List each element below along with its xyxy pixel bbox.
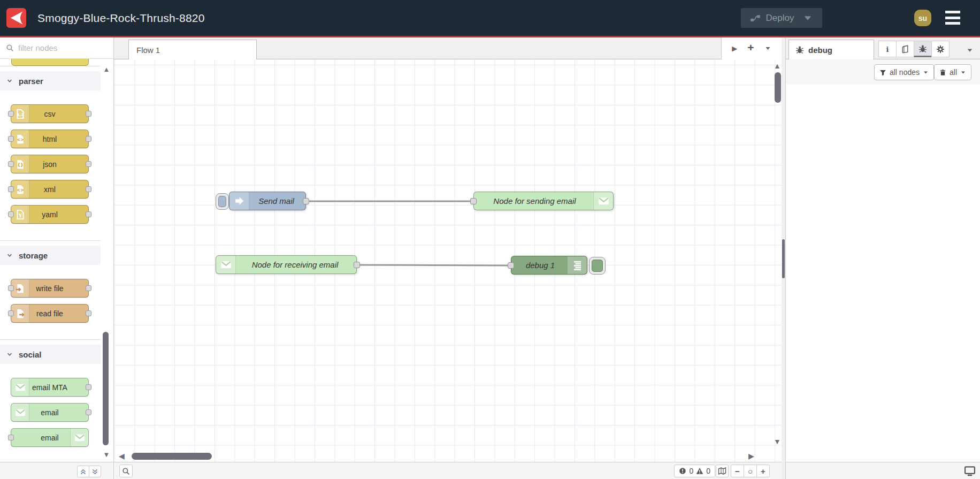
- bug-icon: [918, 44, 927, 53]
- deploy-options-caret-icon[interactable]: [802, 13, 813, 24]
- header: Smoggy-Blue-Rock-Thrush-8820 Deploy su: [0, 0, 980, 36]
- navigator-button[interactable]: [716, 465, 729, 477]
- input-port[interactable]: [508, 262, 514, 269]
- output-port[interactable]: [86, 409, 91, 415]
- node-label: Send mail: [249, 192, 303, 210]
- input-port[interactable]: [8, 136, 14, 142]
- search-flows-button[interactable]: [119, 465, 133, 477]
- main-menu-button[interactable]: [945, 11, 960, 25]
- palette-node-write-file[interactable]: write file: [11, 279, 89, 298]
- palette-node-json[interactable]: {}json: [11, 155, 89, 173]
- flow-node-send-mail[interactable]: Send mail: [229, 192, 306, 210]
- input-port[interactable]: [8, 435, 14, 440]
- output-port[interactable]: [86, 384, 91, 390]
- search-icon: [6, 44, 14, 52]
- tab-scroll-right-button[interactable]: ▶: [732, 44, 737, 52]
- node-label: email: [11, 429, 88, 446]
- inject-arrow-icon: [234, 195, 245, 207]
- add-flow-button[interactable]: +: [747, 41, 754, 54]
- input-port[interactable]: [8, 111, 14, 117]
- node-label: yaml: [11, 206, 88, 223]
- canvas-scroll-right-arrow[interactable]: ▶: [748, 452, 754, 460]
- page-title: Smoggy-Blue-Rock-Thrush-8820: [37, 12, 205, 25]
- sidebar-menu-caret-icon[interactable]: [966, 47, 974, 54]
- separator-drag-handle[interactable]: [782, 239, 785, 278]
- clear-debug-button[interactable]: all: [934, 64, 971, 80]
- canvas-scroll-down-arrow[interactable]: ▼: [774, 438, 781, 445]
- palette-category-storage[interactable]: storage: [0, 246, 101, 265]
- palette-node-html[interactable]: <>html: [11, 130, 89, 148]
- zoom-in-button[interactable]: +: [756, 465, 770, 477]
- output-port[interactable]: [86, 161, 91, 167]
- output-port[interactable]: [86, 310, 91, 316]
- info-icon: i: [883, 45, 892, 54]
- sidebar-separator[interactable]: [782, 37, 785, 479]
- output-port[interactable]: [86, 186, 91, 192]
- tab-flow-1[interactable]: Flow 1: [128, 40, 257, 59]
- debug-toggle-button[interactable]: [589, 257, 606, 275]
- expand-all-button[interactable]: [89, 466, 101, 477]
- palette-node-xml[interactable]: <>xml: [11, 180, 89, 199]
- output-port[interactable]: [354, 262, 360, 268]
- debug-list-icon: [572, 260, 583, 271]
- chevron-down-icon: [6, 252, 13, 258]
- category-label: parser: [19, 77, 43, 86]
- output-port[interactable]: [86, 111, 91, 117]
- output-port[interactable]: [86, 285, 91, 291]
- palette-category-social[interactable]: social: [0, 345, 101, 364]
- flow-status-indicators[interactable]: 0 0: [674, 465, 715, 477]
- flow-tabbar: Flow 1 ▶ +: [114, 37, 782, 59]
- palette-node-read-file[interactable]: read file: [11, 304, 89, 323]
- flow-canvas[interactable]: Send mailNode for sending emailNode for …: [114, 59, 782, 462]
- input-port[interactable]: [8, 310, 14, 316]
- flow-node-node-for-receiving-email[interactable]: Node for receiving email: [216, 255, 357, 274]
- palette-node-email[interactable]: email: [11, 428, 89, 447]
- info-tab-button[interactable]: i: [878, 41, 897, 57]
- flow-list-caret-icon[interactable]: [764, 45, 771, 52]
- palette-node-yaml[interactable]: Yyaml: [11, 205, 89, 224]
- svg-text:i: i: [886, 45, 889, 54]
- output-port[interactable]: [86, 211, 91, 217]
- flow-node-node-for-sending-email[interactable]: Node for sending email: [473, 192, 614, 210]
- palette-scroll-down-arrow[interactable]: ▼: [101, 451, 112, 459]
- debug-toolbar: all nodes all: [786, 59, 980, 85]
- input-port[interactable]: [8, 211, 14, 217]
- input-port[interactable]: [8, 285, 14, 291]
- input-port[interactable]: [470, 198, 477, 204]
- deploy-button[interactable]: Deploy: [741, 8, 822, 28]
- flow-node-debug-1[interactable]: debug 1: [511, 256, 587, 275]
- flow-tab-label: Flow 1: [136, 45, 160, 55]
- user-avatar[interactable]: su: [914, 10, 931, 26]
- open-in-window-button[interactable]: [964, 465, 976, 477]
- debug-tab-button[interactable]: [914, 41, 932, 57]
- search-input[interactable]: [18, 43, 113, 52]
- wire[interactable]: [359, 265, 508, 265]
- help-tab-button[interactable]: [896, 41, 914, 57]
- canvas-hscrollbar-thumb[interactable]: [132, 453, 212, 460]
- input-port[interactable]: [8, 186, 14, 192]
- output-port[interactable]: [86, 136, 91, 142]
- canvas-scroll-left-arrow[interactable]: ◀: [119, 452, 125, 460]
- palette-node-email[interactable]: email: [11, 403, 89, 422]
- canvas-scroll-up-arrow[interactable]: ▲: [774, 62, 781, 70]
- category-nodes: email MTAemailemail: [0, 364, 101, 457]
- map-icon: [718, 467, 726, 475]
- canvas-vscrollbar-thumb[interactable]: [775, 72, 781, 103]
- debug-filter-button[interactable]: all nodes: [874, 64, 934, 80]
- palette-scrollbar-thumb[interactable]: [103, 332, 109, 445]
- zoom-reset-button[interactable]: ○: [744, 465, 757, 477]
- inject-button[interactable]: [216, 193, 229, 210]
- palette-node-email-MTA[interactable]: email MTA: [11, 378, 89, 397]
- config-nodes-tab-button[interactable]: [931, 41, 950, 57]
- output-port[interactable]: [303, 198, 309, 204]
- category-nodes: 1,2csv<>html{}json<>xmlYyaml: [0, 90, 101, 233]
- zoom-out-button[interactable]: −: [731, 465, 744, 477]
- input-port[interactable]: [8, 161, 14, 167]
- partially-visible-node[interactable]: [11, 59, 89, 66]
- palette-category-parser[interactable]: parser: [0, 71, 101, 90]
- error-count: 0: [689, 467, 693, 475]
- collapse-all-button[interactable]: [77, 466, 89, 477]
- tab-debug[interactable]: debug: [788, 40, 874, 59]
- palette-node-csv[interactable]: 1,2csv: [11, 104, 89, 123]
- palette-scroll-up-arrow[interactable]: ▲: [101, 65, 112, 74]
